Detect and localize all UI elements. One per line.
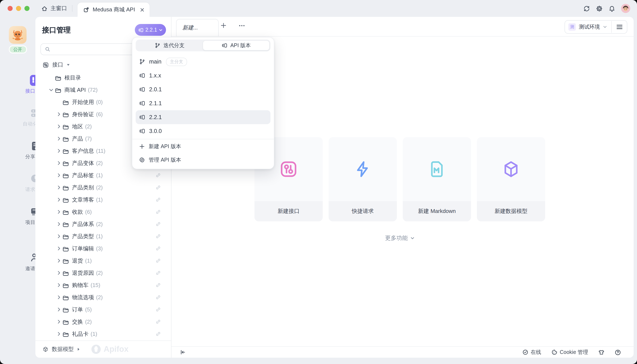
more-features-button[interactable]: 更多功能: [364, 234, 436, 242]
chevron-right-icon[interactable]: [55, 307, 62, 312]
main-window-tab[interactable]: 主窗口: [41, 5, 67, 12]
cookie-manager-button[interactable]: Cookie 管理: [551, 349, 588, 356]
chevron-down-icon[interactable]: [47, 88, 55, 92]
chevron-right-icon[interactable]: [55, 246, 62, 251]
folder-icon: [62, 233, 69, 239]
version-item-2.2.1[interactable]: 2.2.1: [136, 110, 271, 124]
link-icon[interactable]: [155, 319, 161, 324]
online-status[interactable]: 在线: [522, 349, 541, 356]
chevron-right-icon[interactable]: [55, 295, 62, 300]
folder-icon: [62, 172, 69, 178]
folder-icon: [62, 282, 69, 288]
link-icon[interactable]: [155, 282, 161, 288]
collapse-sidebar-icon[interactable]: [180, 349, 186, 355]
new-document-tab[interactable]: 新建...: [176, 19, 219, 36]
version-icon: [139, 72, 145, 79]
version-item-2.0.1[interactable]: 2.0.1: [136, 82, 271, 96]
chevron-right-icon[interactable]: [55, 258, 62, 263]
folder-name: 商城 API: [65, 86, 86, 94]
minimize-window-button[interactable]: [16, 6, 21, 11]
new-api-version-action[interactable]: 新建 API 版本: [136, 140, 271, 153]
branch-item-main[interactable]: main主分支: [136, 55, 271, 68]
link-icon[interactable]: [155, 258, 161, 264]
version-badge-button[interactable]: 2.2.1: [135, 24, 166, 36]
tree-row[interactable]: 礼品卡(1): [35, 328, 171, 340]
link-icon[interactable]: [155, 234, 161, 239]
quick-action-card-2[interactable]: 新建 Markdown: [403, 137, 471, 221]
tree-row[interactable]: 订单(5): [35, 304, 171, 316]
chevron-right-icon[interactable]: [55, 148, 62, 153]
chevron-right-icon[interactable]: [55, 320, 62, 324]
chevron-right-icon[interactable]: [55, 222, 62, 226]
tree-row[interactable]: 产品类型(1): [35, 230, 171, 242]
folder-name: 开始使用: [72, 98, 94, 106]
tree-row[interactable]: 购物车(15): [35, 279, 171, 291]
link-icon[interactable]: [155, 197, 161, 202]
link-icon[interactable]: [155, 221, 161, 227]
project-tab[interactable]: Medusa 商城 API: [78, 2, 150, 17]
chevron-right-icon[interactable]: [55, 136, 62, 141]
tree-row[interactable]: 产品类别(2): [35, 181, 171, 194]
link-icon[interactable]: [155, 172, 161, 178]
quick-action-card-3[interactable]: 新建数据模型: [477, 137, 545, 221]
apis-section-label: 接口: [52, 61, 63, 68]
chevron-right-icon[interactable]: [55, 185, 62, 190]
tree-row[interactable]: 订单编辑(3): [35, 242, 171, 254]
folder-icon: [55, 87, 62, 93]
tab-iteration-branch[interactable]: 迭代分支: [136, 40, 203, 50]
project-tab-label: Medusa 商城 API: [93, 6, 135, 14]
manage-api-version-action[interactable]: 管理 API 版本: [136, 153, 271, 167]
link-icon[interactable]: [155, 294, 161, 300]
tab-more-options-button[interactable]: [238, 24, 246, 28]
version-item-2.1.1[interactable]: 2.1.1: [136, 96, 271, 110]
maximize-window-button[interactable]: [25, 6, 30, 11]
tree-row[interactable]: 收款(6): [35, 206, 171, 218]
link-icon[interactable]: [155, 270, 161, 276]
main-window-label: 主窗口: [51, 5, 67, 12]
chevron-right-icon[interactable]: [55, 270, 62, 275]
folder-icon: [62, 99, 69, 105]
link-icon[interactable]: [155, 209, 161, 214]
settings-gear-icon[interactable]: [596, 5, 603, 12]
environment-menu-button[interactable]: [612, 24, 627, 30]
link-icon[interactable]: [155, 331, 161, 337]
link-icon[interactable]: [155, 185, 161, 190]
tree-row[interactable]: 退货原因(2): [35, 267, 171, 279]
tree-row[interactable]: 产品体系(2): [35, 218, 171, 230]
dropdown-divider: [132, 139, 274, 139]
add-tab-button[interactable]: [220, 22, 227, 29]
chevron-right-icon[interactable]: [55, 197, 62, 202]
help-icon[interactable]: [615, 349, 621, 355]
chevron-right-icon[interactable]: [55, 210, 62, 214]
tree-row[interactable]: 产品标签(1): [35, 169, 171, 181]
chevron-right-icon[interactable]: [55, 124, 62, 129]
folder-count: (1): [85, 258, 92, 264]
link-icon[interactable]: [155, 307, 161, 312]
quick-action-card-1[interactable]: 快捷请求: [329, 137, 397, 221]
close-tab-icon[interactable]: [140, 7, 145, 12]
environment-select[interactable]: 测 测试环境: [565, 23, 611, 31]
version-item-3.0.0[interactable]: 3.0.0: [136, 124, 271, 138]
tree-row[interactable]: 物流选项(2): [35, 291, 171, 304]
notifications-bell-icon[interactable]: [608, 5, 615, 12]
theme-tshirt-icon[interactable]: [598, 349, 604, 355]
chevron-right-icon[interactable]: [55, 173, 62, 178]
tab-api-version[interactable]: API 版本: [203, 40, 270, 50]
chevron-right-icon[interactable]: [55, 234, 62, 238]
tree-row[interactable]: 退货(1): [35, 254, 171, 267]
close-window-button[interactable]: [8, 6, 13, 11]
tree-row[interactable]: 文章博客(1): [35, 194, 171, 206]
data-models-section[interactable]: 数据模型: [43, 346, 80, 353]
apis-section-header[interactable]: 接口: [43, 60, 70, 70]
folder-icon: [62, 136, 69, 142]
chevron-right-icon[interactable]: [55, 161, 62, 166]
tree-row[interactable]: 交换(2): [35, 316, 171, 328]
user-avatar[interactable]: [621, 4, 630, 13]
chevron-right-icon[interactable]: [55, 112, 62, 116]
version-item-1.x.x[interactable]: 1.x.x: [136, 68, 271, 82]
link-icon[interactable]: [155, 246, 161, 251]
chevron-right-icon[interactable]: [55, 332, 62, 336]
sync-icon[interactable]: [583, 5, 590, 12]
project-avatar[interactable]: [9, 26, 27, 44]
chevron-right-icon[interactable]: [55, 283, 62, 288]
